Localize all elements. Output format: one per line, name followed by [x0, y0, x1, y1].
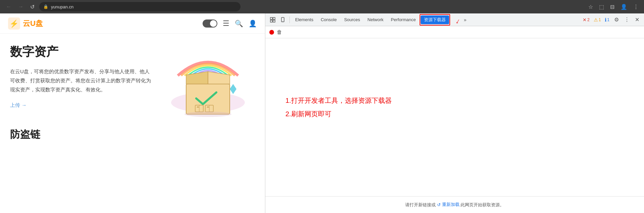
menu-button[interactable]: ⋮ — [632, 2, 640, 11]
hero-text: 数字资产 在云U盘，可将您的优质数字资产发布、分享与他人使用、他人可收费、打赏获… — [10, 44, 154, 109]
error-count-button[interactable]: ✕ 2 — [581, 16, 591, 23]
profile-button[interactable]: 👤 — [619, 2, 629, 11]
hero-image — [161, 44, 255, 121]
extensions-button[interactable]: ⬚ — [598, 2, 605, 11]
tab-resource-downloader-wrapper: 资源下载器 ↓ — [421, 15, 449, 24]
inspect-icon — [270, 17, 275, 23]
toolbar-separator — [289, 16, 290, 23]
clear-button[interactable]: 🗑 — [277, 29, 282, 35]
svg-text:⚡: ⚡ — [9, 19, 19, 28]
device-toolbar-button[interactable] — [278, 16, 287, 24]
refresh-button[interactable]: ↺ — [28, 2, 37, 11]
header-actions: ☽ ☰ 🔍 👤 — [203, 19, 257, 28]
hero-title: 数字资产 — [10, 44, 154, 60]
split-button[interactable]: ⊟ — [609, 2, 616, 11]
main-container: ⚡ 云U盘 ☽ ☰ 🔍 👤 数字资产 在云U盘，可将您的优质数字资产发布、分享与… — [0, 13, 644, 213]
devtools-actions: ✕ 2 ⚠ 1 ℹ 1 ⚙ ⋮ ✕ — [581, 15, 641, 24]
devtools-toolbar: Elements Console Sources Network Perform… — [265, 13, 644, 26]
svg-point-10 — [184, 112, 231, 117]
lock-icon: 🔒 — [43, 4, 48, 9]
svg-marker-3 — [230, 84, 236, 94]
instruction-line1: 1.打开开发者工具，选择资源下载器 — [285, 94, 392, 107]
info-icon: ℹ — [605, 17, 606, 23]
box-illustration — [164, 45, 252, 119]
reload-text: 重新加载 — [442, 202, 460, 208]
url-text: yunupan.cn — [51, 4, 73, 9]
site-logo: ⚡ 云U盘 — [8, 17, 43, 30]
search-icon[interactable]: 🔍 — [235, 19, 243, 28]
browser-chrome: ← → ↺ 🔒 yunupan.cn ☆ ⬚ ⊟ 👤 ⋮ — [0, 0, 644, 13]
devtools-close-button[interactable]: ✕ — [633, 15, 641, 24]
reload-icon: ↺ — [437, 202, 441, 207]
hero-section: 数字资产 在云U盘，可将您的优质数字资产发布、分享与他人使用、他人可收费、打赏获… — [10, 44, 255, 121]
moon-icon: ☽ — [212, 21, 216, 26]
bookmark-button[interactable]: ☆ — [587, 2, 594, 11]
devtools-settings-button[interactable]: ⚙ — [612, 15, 621, 24]
devtools-sub-toolbar: 🗑 — [265, 26, 644, 38]
back-button[interactable]: ← — [4, 2, 13, 11]
record-button[interactable] — [269, 30, 274, 35]
error-count: 2 — [587, 17, 590, 22]
site-header: ⚡ 云U盘 ☽ ☰ 🔍 👤 — [0, 13, 265, 34]
tab-performance[interactable]: Performance — [387, 15, 419, 24]
svg-rect-11 — [270, 17, 272, 19]
user-icon[interactable]: 👤 — [249, 19, 257, 28]
more-tabs-button[interactable]: » — [462, 16, 469, 24]
tab-resource-downloader[interactable]: 资源下载器 — [421, 15, 449, 24]
logo-text: 云U盘 — [23, 18, 43, 29]
tab-sources[interactable]: Sources — [341, 15, 364, 24]
error-icon: ✕ — [583, 17, 587, 23]
info-count-button[interactable]: ℹ 1 — [603, 16, 611, 23]
device-icon — [280, 17, 285, 23]
menu-icon[interactable]: ☰ — [223, 19, 229, 28]
warning-count: 1 — [599, 17, 601, 22]
empty-suffix: 此网页开始获取资源。 — [461, 202, 504, 207]
empty-state-text: 请打开新链接或 ↺ 重新加载 此网页开始获取资源。 — [405, 202, 504, 208]
devtools-panel: Elements Console Sources Network Perform… — [265, 13, 644, 213]
red-arrow: ↓ — [454, 16, 462, 26]
address-bar[interactable]: 🔒 yunupan.cn — [39, 2, 240, 11]
devtools-bottom: 请打开新链接或 ↺ 重新加载 此网页开始获取资源。 — [265, 196, 644, 213]
upload-link[interactable]: 上传 → — [10, 102, 26, 108]
tab-network[interactable]: Network — [364, 15, 387, 24]
inspect-element-button[interactable] — [268, 16, 277, 24]
reload-link[interactable]: ↺ 重新加载 — [437, 202, 460, 208]
logo-icon: ⚡ — [8, 17, 20, 30]
hero-desc: 在云U盘，可将您的优质数字资产发布、分享与他人使用、他人可收费、打赏获取您的资产… — [10, 67, 154, 94]
warning-icon: ⚠ — [594, 17, 598, 23]
dark-mode-toggle[interactable]: ☽ — [203, 19, 217, 28]
svg-rect-14 — [273, 20, 275, 22]
info-count: 1 — [607, 17, 609, 22]
svg-rect-13 — [270, 20, 272, 22]
devtools-body: 1.打开开发者工具，选择资源下载器 2.刷新网页即可 — [265, 38, 644, 196]
site-content: 数字资产 在云U盘，可将您的优质数字资产发布、分享与他人使用、他人可收费、打赏获… — [0, 34, 265, 213]
svg-rect-12 — [273, 17, 275, 19]
section2-title: 防盗链 — [10, 128, 255, 141]
warning-count-button[interactable]: ⚠ 1 — [592, 16, 602, 23]
tab-console[interactable]: Console — [317, 15, 340, 24]
devtools-content: 🗑 1.打开开发者工具，选择资源下载器 2.刷新网页即可 请打开新链接或 ↺ 重… — [265, 26, 644, 213]
chrome-actions: ☆ ⬚ ⊟ 👤 ⋮ — [587, 2, 640, 11]
forward-button[interactable]: → — [16, 2, 25, 11]
devtools-kebab-button[interactable]: ⋮ — [622, 15, 632, 24]
tab-elements[interactable]: Elements — [292, 15, 317, 24]
instruction-line2: 2.刷新网页即可 — [285, 107, 392, 121]
website-panel: ⚡ 云U盘 ☽ ☰ 🔍 👤 数字资产 在云U盘，可将您的优质数字资产发布、分享与… — [0, 13, 265, 213]
instruction-text: 1.打开开发者工具，选择资源下载器 2.刷新网页即可 — [285, 94, 392, 121]
